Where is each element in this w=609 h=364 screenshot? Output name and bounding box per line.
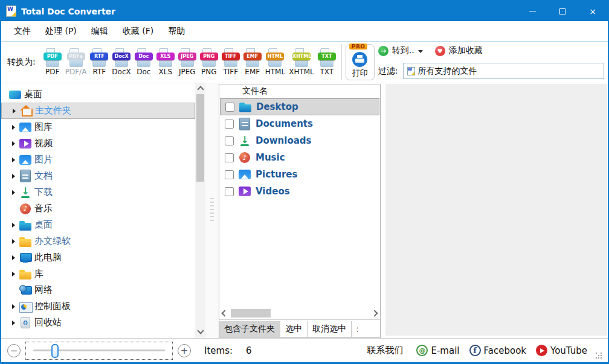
tree-item[interactable]: 文档 xyxy=(1,168,195,184)
file-list-panel: 文件名 Desktop Documents xyxy=(219,84,381,338)
scroll-up-icon[interactable] xyxy=(197,86,204,92)
file-row[interactable]: Desktop xyxy=(220,98,379,115)
preview-panel xyxy=(385,84,607,336)
format-button[interactable]: HTML HTML xyxy=(263,48,287,77)
tree-item[interactable]: 音乐 xyxy=(1,200,195,217)
file-name: Videos xyxy=(256,186,290,197)
zoom-in-button[interactable]: + xyxy=(178,344,191,357)
menu-item[interactable]: 编辑 xyxy=(85,24,115,39)
tree-item[interactable]: 视频 xyxy=(1,135,195,152)
format-button[interactable]: Doc Doc xyxy=(133,48,155,77)
tree-scrollbar[interactable] xyxy=(195,83,205,338)
minimize-button[interactable] xyxy=(517,1,547,21)
selection-tab[interactable]: 全 xyxy=(352,321,358,337)
expand-arrow-icon[interactable] xyxy=(12,190,15,195)
print-button[interactable]: PRO 打印 xyxy=(346,44,375,80)
format-button[interactable]: TXT TXT xyxy=(316,48,338,77)
format-label: Doc xyxy=(137,68,150,77)
scroll-down-icon[interactable] xyxy=(197,327,204,334)
expand-arrow-icon[interactable] xyxy=(12,174,15,179)
format-button[interactable]: PNG PNG xyxy=(198,48,220,77)
tree-item[interactable]: 控制面板 xyxy=(1,298,195,315)
format-label: XLS xyxy=(159,68,173,77)
format-button[interactable]: XHTML XHTML xyxy=(287,48,316,77)
expand-arrow-icon[interactable] xyxy=(12,223,15,228)
tree-item[interactable]: 此电脑 xyxy=(1,249,195,266)
file-row[interactable]: Videos xyxy=(220,183,379,200)
file-list-hscrollbar[interactable] xyxy=(219,307,380,319)
scroll-left-icon[interactable] xyxy=(221,310,228,316)
expand-arrow-icon[interactable] xyxy=(12,158,15,162)
filename-column-header[interactable]: 文件名 xyxy=(219,85,380,98)
youtube-link[interactable]: YouTube xyxy=(536,345,587,356)
format-button[interactable]: PDFa PDF/A xyxy=(63,48,89,77)
expand-arrow-icon[interactable] xyxy=(12,321,15,325)
expand-arrow-icon[interactable] xyxy=(12,304,15,309)
menu-item[interactable]: 收藏 (F) xyxy=(116,24,160,39)
tree-item[interactable]: 主文件夹 xyxy=(1,103,195,119)
tree-item[interactable]: 办文绿软 xyxy=(1,233,195,249)
row-checkbox[interactable] xyxy=(225,136,234,145)
file-name: Downloads xyxy=(256,135,312,146)
menu-item[interactable]: 处理 (P) xyxy=(39,24,83,39)
app-icon xyxy=(6,5,16,17)
row-checkbox[interactable] xyxy=(225,103,234,112)
window-controls: × xyxy=(517,1,608,21)
close-button[interactable]: × xyxy=(578,1,608,21)
menu-item[interactable]: 帮助 xyxy=(161,24,192,39)
add-favorite-button[interactable]: 添加收藏 xyxy=(449,45,483,56)
row-checkbox[interactable] xyxy=(225,170,234,179)
goto-button[interactable]: 转到.. xyxy=(392,45,414,56)
tree-item[interactable]: 桌面 xyxy=(1,217,195,233)
format-button[interactable]: RTF RTF xyxy=(88,48,110,77)
tree-item[interactable]: 桌面 xyxy=(1,86,195,103)
tree-item[interactable]: 网络 xyxy=(1,282,195,298)
format-button[interactable]: DocX DocX xyxy=(110,48,132,77)
expand-arrow-icon[interactable] xyxy=(12,272,15,276)
facebook-link[interactable]: f Facebook xyxy=(469,345,526,356)
tree-item[interactable]: 图库 xyxy=(1,119,195,135)
expand-arrow-icon[interactable] xyxy=(12,141,15,146)
file-row[interactable]: Downloads xyxy=(220,132,379,149)
items-count: 6 xyxy=(246,345,252,356)
format-button[interactable]: PDF PDF xyxy=(42,48,63,77)
tree-item[interactable]: 库 xyxy=(1,266,195,282)
tree-item[interactable]: 图片 xyxy=(1,152,195,168)
tree-item-label: 图库 xyxy=(34,121,53,133)
selection-tab[interactable]: 取消选中 xyxy=(308,321,352,337)
expand-arrow-icon[interactable] xyxy=(12,125,15,130)
thumbnail-size-slider[interactable] xyxy=(25,342,173,360)
expand-arrow-icon[interactable] xyxy=(12,255,15,260)
row-checkbox[interactable] xyxy=(225,153,234,162)
tree-item[interactable]: 回收站 xyxy=(1,315,195,331)
file-row[interactable]: Music xyxy=(220,149,379,166)
maximize-button[interactable] xyxy=(547,1,578,21)
scrollbar-thumb[interactable] xyxy=(196,94,204,182)
hscrollbar-thumb[interactable] xyxy=(231,309,271,318)
file-row[interactable]: Pictures xyxy=(220,166,379,183)
menu-item[interactable]: 文件 xyxy=(7,24,37,39)
tree-item[interactable]: 下载 xyxy=(1,184,195,200)
panel-splitter[interactable] xyxy=(205,83,219,338)
filter-combobox[interactable]: 所有支持的文件 xyxy=(403,63,604,79)
slider-thumb[interactable] xyxy=(51,344,59,358)
contact-us-link[interactable]: 联系我们 xyxy=(367,345,403,356)
format-button[interactable]: JPEG JPEG xyxy=(176,48,198,77)
row-checkbox[interactable] xyxy=(225,187,234,196)
expand-arrow-icon[interactable] xyxy=(13,109,16,113)
row-checkbox[interactable] xyxy=(225,120,234,129)
selection-tab[interactable]: 选中 xyxy=(280,321,308,337)
tree-item-label: 此电脑 xyxy=(34,252,62,263)
gallery-icon xyxy=(19,121,32,134)
format-button[interactable]: TIFF TIFF xyxy=(220,48,242,77)
expand-arrow-icon[interactable] xyxy=(12,239,15,244)
zoom-out-button[interactable]: − xyxy=(7,344,21,357)
selection-tab[interactable]: 包含子文件夹 xyxy=(219,321,280,337)
chevron-down-icon[interactable] xyxy=(418,50,423,53)
file-row[interactable]: Documents xyxy=(220,115,379,132)
format-button[interactable]: EMF EMF xyxy=(242,48,263,77)
resize-grip-icon[interactable] xyxy=(596,353,603,360)
format-button[interactable]: XLS XLS xyxy=(155,48,176,77)
scroll-right-icon[interactable] xyxy=(371,310,378,316)
email-link[interactable]: @ E-mail xyxy=(416,345,459,356)
